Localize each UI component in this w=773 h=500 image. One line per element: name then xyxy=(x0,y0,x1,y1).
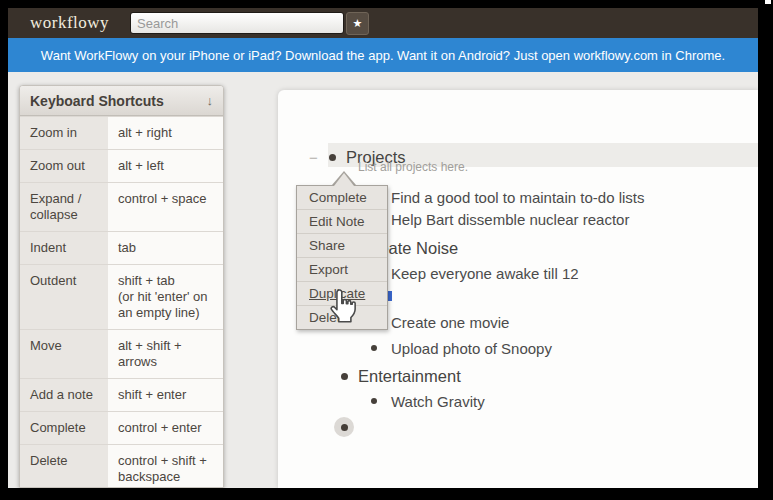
outline-item-text[interactable]: Entertainment xyxy=(358,367,461,386)
bullet-icon[interactable] xyxy=(329,154,336,161)
starred-pages-button[interactable]: ★ xyxy=(346,12,369,35)
shortcut-label: Delete xyxy=(20,445,108,488)
shortcut-keys: tab xyxy=(108,232,223,264)
shortcut-label: Zoom in xyxy=(20,117,108,149)
shortcut-keys: control + space xyxy=(108,183,223,231)
outline-item[interactable]: Create one movie xyxy=(371,311,509,333)
menu-item-edit-note[interactable]: Edit Note xyxy=(297,209,387,233)
partially-hidden-link-fragment xyxy=(388,291,392,301)
menu-item-export[interactable]: Export xyxy=(297,257,387,281)
outline-item-text[interactable]: Help Bart dissemble nuclear reactor xyxy=(391,211,629,228)
outline-item[interactable]: Keep everyone awake till 12 xyxy=(371,262,579,284)
shortcut-keys-line2: (or hit 'enter' on an empty line) xyxy=(118,289,208,320)
shortcuts-title: Keyboard Shortcuts xyxy=(30,93,164,109)
shortcut-keys: alt + right xyxy=(108,117,223,149)
workflowy-logo[interactable]: workflowy xyxy=(30,8,109,38)
top-bar: workflowy ★ xyxy=(8,8,758,38)
shortcut-keys: control + enter xyxy=(108,412,223,444)
shortcut-row: Zoom in alt + right xyxy=(20,116,223,149)
shortcut-row: Zoom out alt + left xyxy=(20,149,223,182)
shortcut-row: Outdent shift + tab (or hit 'enter' on a… xyxy=(20,264,223,329)
search-input[interactable] xyxy=(130,12,344,34)
shortcut-keys: shift + enter xyxy=(108,379,223,411)
item-note[interactable]: List all projects here. xyxy=(358,160,468,174)
empty-bullet-hover[interactable] xyxy=(334,417,354,437)
outline-item[interactable]: Watch Gravity xyxy=(371,390,485,412)
menu-item-share[interactable]: Share xyxy=(297,233,387,257)
shortcut-row: Indent tab xyxy=(20,231,223,264)
outline-item-text[interactable]: Watch Gravity xyxy=(391,393,485,410)
shortcut-row: Move alt + shift + arrows xyxy=(20,329,223,378)
outline-item-text[interactable]: Find a good tool to maintain to-do lists xyxy=(391,189,644,206)
star-icon: ★ xyxy=(353,17,363,29)
shortcut-label: Outdent xyxy=(20,265,108,329)
menu-item-complete[interactable]: Complete xyxy=(297,186,387,209)
shortcut-label: Zoom out xyxy=(20,150,108,182)
bullet-icon[interactable] xyxy=(371,345,377,351)
shortcuts-header: Keyboard Shortcuts ↓ xyxy=(20,86,223,116)
hand-cursor-icon xyxy=(328,289,358,323)
outline-item-text[interactable]: Upload photo of Snoopy xyxy=(391,340,552,357)
outline-item-text[interactable]: Keep everyone awake till 12 xyxy=(391,265,579,282)
bullet-icon[interactable] xyxy=(341,373,348,380)
outline-item[interactable]: Entertainment xyxy=(341,365,461,387)
outline-item[interactable]: Find a good tool to maintain to-do lists xyxy=(371,186,644,208)
outline-item[interactable]: Help Bart dissemble nuclear reactor xyxy=(371,208,629,230)
shortcut-row: Add a note shift + enter xyxy=(20,378,223,411)
shortcut-keys: control + shift + backspace xyxy=(108,445,223,488)
collapse-item-icon[interactable]: − xyxy=(309,149,321,166)
content-area: Keyboard Shortcuts ↓ Zoom in alt + right… xyxy=(8,72,758,488)
shortcut-label: Indent xyxy=(20,232,108,264)
bullet-icon xyxy=(341,424,348,431)
mobile-promo-banner[interactable]: Want WorkFlowy on your iPhone or iPad? D… xyxy=(8,38,758,72)
banner-text: Want WorkFlowy on your iPhone or iPad? D… xyxy=(41,48,725,63)
shortcut-label: Move xyxy=(20,330,108,378)
shortcut-row: Expand / collapse control + space xyxy=(20,182,223,231)
screenshot-corner-artifact xyxy=(765,0,771,4)
outline-item[interactable]: Upload photo of Snoopy xyxy=(371,337,552,359)
shortcut-keys: alt + shift + arrows xyxy=(108,330,223,378)
shortcut-label: Add a note xyxy=(20,379,108,411)
shortcut-keys-line1: shift + tab xyxy=(118,273,175,288)
collapse-panel-icon[interactable]: ↓ xyxy=(207,93,214,108)
shortcut-row: Complete control + enter xyxy=(20,411,223,444)
menu-arrow-icon xyxy=(334,173,354,186)
outline-item-text[interactable]: Create one movie xyxy=(391,314,509,331)
shortcut-keys: alt + left xyxy=(108,150,223,182)
shortcut-row: Delete control + shift + backspace xyxy=(20,444,223,488)
shortcut-label: Expand / collapse xyxy=(20,183,108,231)
shortcut-label: Complete xyxy=(20,412,108,444)
bullet-icon[interactable] xyxy=(371,398,377,404)
shortcut-keys: shift + tab (or hit 'enter' on an empty … xyxy=(108,265,223,329)
app-window: workflowy ★ Want WorkFlowy on your iPhon… xyxy=(8,8,758,488)
keyboard-shortcuts-panel: Keyboard Shortcuts ↓ Zoom in alt + right… xyxy=(19,85,224,488)
